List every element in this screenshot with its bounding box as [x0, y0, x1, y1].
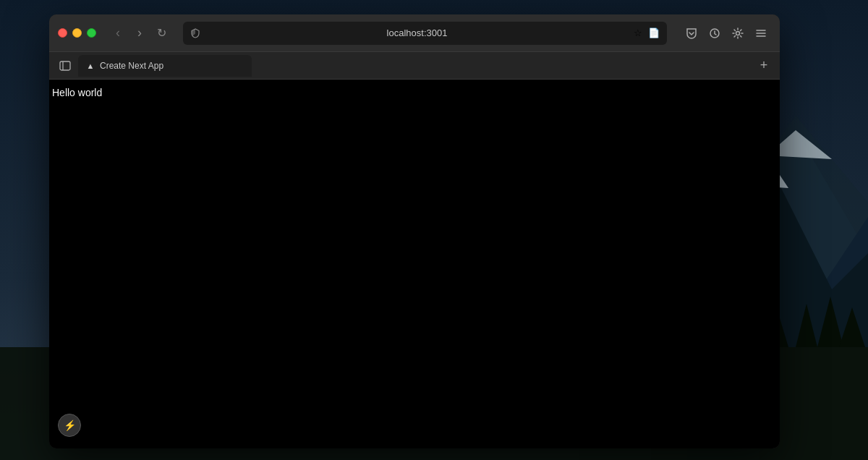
close-button[interactable]	[58, 28, 67, 38]
back-button[interactable]: ‹	[108, 23, 128, 43]
shield-icon	[190, 28, 200, 38]
reload-icon: ↻	[157, 26, 166, 40]
pocket-icon[interactable]	[681, 23, 702, 43]
svg-marker-10	[817, 297, 843, 347]
svg-marker-9	[796, 304, 817, 347]
tab-title: Create Next App	[100, 61, 244, 71]
page-hello-world: Hello world	[52, 87, 102, 98]
new-tab-button[interactable]: +	[754, 56, 774, 76]
tab-bar: ▲ Create Next App +	[49, 52, 780, 80]
traffic-lights	[58, 28, 96, 38]
history-icon[interactable]	[705, 23, 725, 43]
toolbar-icons	[681, 23, 771, 43]
address-bar[interactable]: localhost:3001 ☆ 📄	[183, 22, 667, 45]
forward-button[interactable]: ›	[129, 23, 150, 43]
extensions-icon[interactable]	[728, 23, 748, 43]
forward-icon: ›	[137, 25, 142, 41]
bookmark-icon[interactable]: ☆	[634, 27, 642, 38]
nav-buttons: ‹ › ↻	[108, 23, 171, 43]
address-text: localhost:3001	[206, 27, 628, 38]
active-tab[interactable]: ▲ Create Next App	[78, 55, 252, 77]
lightning-button[interactable]: ⚡	[58, 414, 81, 437]
browser-title-bar: ‹ › ↻ localhost:3001 ☆ 📄	[49, 14, 780, 52]
maximize-button[interactable]	[87, 28, 96, 38]
page-content: Hello world ⚡	[49, 80, 780, 448]
sidebar-toggle-icon[interactable]	[55, 56, 75, 76]
browser-window: ‹ › ↻ localhost:3001 ☆ 📄	[49, 14, 780, 448]
page-icon: 📄	[648, 27, 660, 38]
svg-rect-15	[60, 61, 70, 70]
lightning-icon: ⚡	[64, 419, 76, 431]
svg-marker-11	[839, 307, 865, 347]
url-domain: localhost:3001	[387, 27, 448, 38]
svg-point-14	[736, 31, 740, 35]
tab-favicon: ▲	[85, 61, 95, 71]
minimize-button[interactable]	[72, 28, 82, 38]
reload-button[interactable]: ↻	[151, 23, 171, 43]
menu-icon[interactable]	[751, 23, 771, 43]
back-icon: ‹	[116, 25, 120, 41]
